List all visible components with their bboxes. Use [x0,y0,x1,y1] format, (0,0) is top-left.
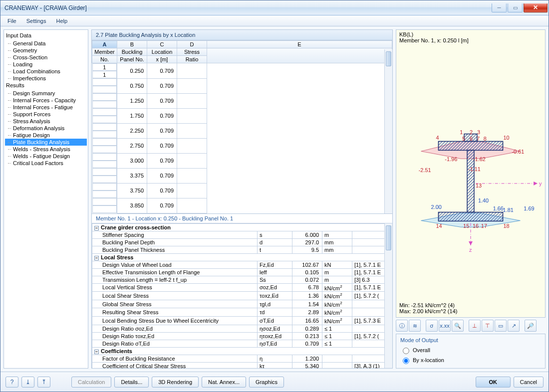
cell[interactable] [92,93,117,101]
cell[interactable] [92,131,117,138]
close-button[interactable]: ✕ [524,3,548,12]
cell[interactable]: 0.709 [147,168,177,183]
cell[interactable] [177,93,207,108]
tree-item[interactable]: Critical Load Factors [5,160,87,167]
info-icon[interactable]: ⓘ [396,320,408,332]
cell[interactable]: 0.709 [147,138,177,153]
col-d[interactable]: D [177,41,207,48]
tree-item[interactable]: Internal Forces - Capacity [5,97,87,104]
cell[interactable]: 1 [92,63,117,71]
cell[interactable]: 0.709 [147,123,177,138]
cell[interactable] [92,86,117,93]
tree-item[interactable]: Imperfections [5,75,87,82]
col-c[interactable]: C [147,41,177,48]
cell[interactable] [177,138,207,153]
cell[interactable]: 3.000 [117,153,147,168]
cell[interactable] [92,138,117,146]
detail-scrollbar[interactable] [384,223,392,369]
import-icon[interactable]: ⤓ [21,377,34,388]
cell[interactable] [92,116,117,123]
tree-results[interactable]: Results [5,82,87,89]
cell[interactable] [92,108,117,116]
tree-item[interactable]: Design Summary [5,90,87,97]
cell[interactable]: 3.375 [117,168,147,183]
tree-item[interactable]: Stress Analysis [5,118,87,125]
graphics-button[interactable]: Graphics [249,377,284,388]
tree-item[interactable]: Deformation Analysis [5,125,87,132]
tree-item[interactable]: Load Combinations [5,68,87,75]
stress-icon[interactable]: ≋ [409,320,421,332]
tree-item[interactable]: Geometry [5,47,87,54]
sigma-icon[interactable]: σ [426,320,438,332]
ok-button[interactable]: OK [476,377,511,388]
tree-input-data[interactable]: Input Data [5,32,87,39]
ratio-icon[interactable]: ▭ [495,320,507,332]
tree-item[interactable]: Fatigue Design [5,132,87,139]
cell[interactable]: 0.709 [147,198,177,213]
col-b[interactable]: B [117,41,147,48]
cell[interactable]: 3.750 [117,183,147,198]
cell[interactable]: 0.709 [147,78,177,93]
cell[interactable]: 0.709 [147,63,177,79]
menu-file[interactable]: File [3,17,20,25]
cell[interactable]: 0.709 [147,183,177,198]
calculation-button[interactable]: Calculation [71,377,111,388]
cell[interactable] [92,153,117,161]
section1-icon[interactable]: ⊥ [469,320,481,332]
cell[interactable] [92,183,117,191]
tree-item[interactable]: Support Forces [5,111,87,118]
cell[interactable] [177,108,207,123]
cell[interactable] [92,101,117,108]
nat-annex-button[interactable]: Nat. Annex... [202,377,246,388]
cell[interactable] [92,205,117,213]
cell[interactable] [177,78,207,93]
cell[interactable]: 1.750 [117,108,147,123]
maximize-button[interactable]: ▭ [508,3,523,12]
tree-item[interactable]: Welds - Stress Analysis [5,146,87,153]
col-e[interactable]: E [207,41,392,48]
cell[interactable]: 2.750 [117,138,147,153]
cell[interactable] [177,123,207,138]
cell[interactable] [92,168,117,176]
cell[interactable]: 2.250 [117,123,147,138]
cell[interactable] [92,78,117,86]
section-header[interactable]: −Crane girder cross-section [92,223,392,231]
cell[interactable] [92,161,117,168]
cancel-button[interactable]: Cancel [514,377,544,388]
cell[interactable] [92,176,117,183]
tree-item[interactable]: Welds - Fatigue Design [5,153,87,160]
radio-by-x[interactable]: By x-location [400,355,541,365]
cell[interactable] [177,183,207,198]
details-button[interactable]: Details... [114,377,149,388]
cell[interactable]: 0.709 [147,93,177,108]
3d-rendering-button[interactable]: 3D Rendering [152,377,199,388]
cell[interactable]: 0.250 [117,63,147,79]
cell[interactable]: 1.250 [117,93,147,108]
tree-item[interactable]: General Data [5,40,87,47]
cell[interactable] [177,63,207,79]
menu-settings[interactable]: Settings [22,17,50,25]
cell[interactable]: 0.709 [147,153,177,168]
menu-help[interactable]: Help [52,17,71,25]
help-icon[interactable]: ? [5,377,18,388]
export-icon[interactable]: ⤒ [37,377,50,388]
cell[interactable]: 1 [92,71,117,78]
cell[interactable] [92,123,117,131]
grid-scrollbar[interactable] [384,49,392,213]
col-a[interactable]: A [92,41,117,48]
section-diagram[interactable]: KB(L) Member No. 1, x: 0.250 l [m] [396,29,546,318]
section-header[interactable]: −Coefficients [92,347,392,355]
cell[interactable] [92,146,117,153]
tree-item[interactable]: Cross-Section [5,54,87,61]
zoom-icon[interactable]: 🔎 [525,320,537,332]
cell[interactable]: 3.850 [117,198,147,213]
tree-item[interactable]: Loading [5,61,87,68]
cell[interactable] [92,191,117,198]
section-header[interactable]: −Local Stress [92,253,392,261]
minimize-button[interactable]: ─ [492,3,507,12]
cell[interactable]: 0.709 [147,108,177,123]
cell[interactable]: 0.750 [117,78,147,93]
tree-item[interactable]: Plate Buckling Analysis [5,139,87,146]
xx-icon[interactable]: x.xx [439,320,451,332]
cell[interactable] [177,153,207,168]
